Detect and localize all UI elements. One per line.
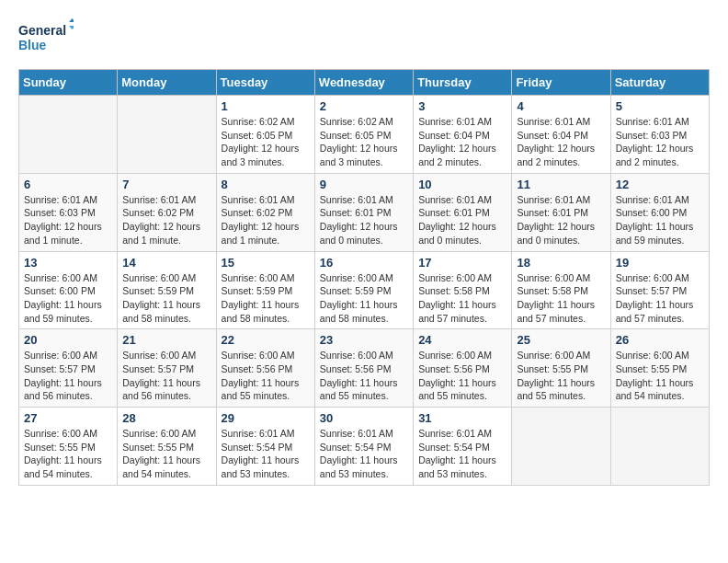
calendar-cell: 26Sunrise: 6:00 AM Sunset: 5:55 PM Dayli… — [610, 329, 709, 408]
svg-marker-2 — [69, 18, 74, 22]
day-info: Sunrise: 6:00 AM Sunset: 5:55 PM Dayligh… — [24, 427, 112, 481]
calendar-cell: 9Sunrise: 6:01 AM Sunset: 6:01 PM Daylig… — [314, 173, 413, 251]
calendar-cell: 19Sunrise: 6:00 AM Sunset: 5:57 PM Dayli… — [610, 251, 709, 329]
day-info: Sunrise: 6:02 AM Sunset: 6:05 PM Dayligh… — [320, 115, 408, 169]
calendar-cell — [118, 96, 216, 174]
day-info: Sunrise: 6:01 AM Sunset: 6:01 PM Dayligh… — [517, 193, 605, 247]
calendar-week-row: 1Sunrise: 6:02 AM Sunset: 6:05 PM Daylig… — [19, 96, 710, 174]
day-number: 25 — [517, 333, 605, 347]
weekday-header-cell: Monday — [118, 70, 216, 96]
calendar-cell: 3Sunrise: 6:01 AM Sunset: 6:04 PM Daylig… — [414, 96, 512, 174]
day-info: Sunrise: 6:00 AM Sunset: 5:55 PM Dayligh… — [616, 349, 704, 403]
calendar-cell: 21Sunrise: 6:00 AM Sunset: 5:57 PM Dayli… — [118, 329, 216, 408]
day-info: Sunrise: 6:01 AM Sunset: 5:54 PM Dayligh… — [418, 427, 506, 481]
day-number: 24 — [418, 333, 506, 347]
day-number: 13 — [24, 256, 112, 270]
calendar-cell: 2Sunrise: 6:02 AM Sunset: 6:05 PM Daylig… — [314, 96, 413, 174]
day-number: 14 — [122, 256, 210, 270]
calendar-cell: 23Sunrise: 6:00 AM Sunset: 5:56 PM Dayli… — [314, 329, 413, 408]
calendar-week-row: 20Sunrise: 6:00 AM Sunset: 5:57 PM Dayli… — [19, 329, 710, 408]
page-header: General Blue — [18, 18, 710, 60]
weekday-header-cell: Wednesday — [314, 70, 413, 96]
day-number: 21 — [122, 333, 210, 347]
logo-svg: General Blue — [18, 18, 74, 60]
day-number: 9 — [320, 178, 408, 191]
calendar-cell: 24Sunrise: 6:00 AM Sunset: 5:56 PM Dayli… — [414, 329, 512, 408]
day-number: 28 — [122, 411, 210, 425]
calendar-week-row: 6Sunrise: 6:01 AM Sunset: 6:03 PM Daylig… — [19, 173, 710, 251]
calendar-week-row: 27Sunrise: 6:00 AM Sunset: 5:55 PM Dayli… — [19, 408, 710, 486]
day-number: 16 — [320, 256, 408, 270]
day-number: 6 — [24, 178, 112, 191]
day-info: Sunrise: 6:00 AM Sunset: 5:58 PM Dayligh… — [418, 271, 506, 326]
weekday-header-row: SundayMondayTuesdayWednesdayThursdayFrid… — [19, 70, 710, 96]
day-info: Sunrise: 6:00 AM Sunset: 5:56 PM Dayligh… — [222, 349, 310, 403]
calendar-cell: 27Sunrise: 6:00 AM Sunset: 5:55 PM Dayli… — [19, 408, 118, 486]
day-number: 1 — [222, 99, 310, 113]
calendar-cell: 22Sunrise: 6:00 AM Sunset: 5:56 PM Dayli… — [216, 329, 314, 408]
day-info: Sunrise: 6:01 AM Sunset: 6:01 PM Dayligh… — [320, 193, 408, 247]
day-number: 2 — [320, 99, 408, 113]
svg-text:General: General — [18, 23, 66, 38]
calendar-cell: 6Sunrise: 6:01 AM Sunset: 6:03 PM Daylig… — [19, 173, 118, 251]
day-number: 10 — [418, 178, 506, 191]
calendar-cell: 20Sunrise: 6:00 AM Sunset: 5:57 PM Dayli… — [19, 329, 118, 408]
day-number: 23 — [320, 333, 408, 347]
calendar-cell: 14Sunrise: 6:00 AM Sunset: 5:59 PM Dayli… — [118, 251, 216, 329]
day-number: 8 — [222, 178, 310, 191]
calendar-cell: 15Sunrise: 6:00 AM Sunset: 5:59 PM Dayli… — [216, 251, 314, 329]
day-number: 15 — [222, 256, 310, 270]
day-number: 5 — [616, 99, 704, 113]
calendar-cell: 12Sunrise: 6:01 AM Sunset: 6:00 PM Dayli… — [610, 173, 709, 251]
day-info: Sunrise: 6:01 AM Sunset: 6:04 PM Dayligh… — [418, 115, 506, 169]
weekday-header-cell: Friday — [512, 70, 610, 96]
calendar-cell: 1Sunrise: 6:02 AM Sunset: 6:05 PM Daylig… — [216, 96, 314, 174]
day-number: 3 — [418, 99, 506, 113]
calendar-cell: 11Sunrise: 6:01 AM Sunset: 6:01 PM Dayli… — [512, 173, 610, 251]
calendar-cell — [512, 408, 610, 486]
calendar-cell: 30Sunrise: 6:01 AM Sunset: 5:54 PM Dayli… — [314, 408, 413, 486]
day-number: 27 — [24, 411, 112, 425]
day-info: Sunrise: 6:01 AM Sunset: 6:01 PM Dayligh… — [418, 193, 506, 247]
day-number: 17 — [418, 256, 506, 270]
day-number: 19 — [616, 256, 704, 270]
day-info: Sunrise: 6:01 AM Sunset: 6:02 PM Dayligh… — [122, 193, 210, 247]
weekday-header-cell: Tuesday — [216, 70, 314, 96]
day-info: Sunrise: 6:00 AM Sunset: 5:58 PM Dayligh… — [517, 271, 605, 326]
day-info: Sunrise: 6:01 AM Sunset: 6:03 PM Dayligh… — [24, 193, 112, 247]
calendar-cell: 17Sunrise: 6:00 AM Sunset: 5:58 PM Dayli… — [414, 251, 512, 329]
calendar-week-row: 13Sunrise: 6:00 AM Sunset: 6:00 PM Dayli… — [19, 251, 710, 329]
day-number: 20 — [24, 333, 112, 347]
svg-text:Blue: Blue — [18, 38, 47, 52]
day-info: Sunrise: 6:00 AM Sunset: 5:57 PM Dayligh… — [616, 271, 704, 326]
calendar-table: SundayMondayTuesdayWednesdayThursdayFrid… — [18, 69, 710, 486]
calendar-cell: 13Sunrise: 6:00 AM Sunset: 6:00 PM Dayli… — [19, 251, 118, 329]
weekday-header-cell: Thursday — [414, 70, 512, 96]
day-info: Sunrise: 6:01 AM Sunset: 6:04 PM Dayligh… — [517, 115, 605, 169]
calendar-cell: 8Sunrise: 6:01 AM Sunset: 6:02 PM Daylig… — [216, 173, 314, 251]
calendar-cell: 29Sunrise: 6:01 AM Sunset: 5:54 PM Dayli… — [216, 408, 314, 486]
day-number: 18 — [517, 256, 605, 270]
weekday-header-cell: Sunday — [19, 70, 118, 96]
calendar-cell: 28Sunrise: 6:00 AM Sunset: 5:55 PM Dayli… — [118, 408, 216, 486]
calendar-cell: 31Sunrise: 6:01 AM Sunset: 5:54 PM Dayli… — [414, 408, 512, 486]
calendar-cell: 4Sunrise: 6:01 AM Sunset: 6:04 PM Daylig… — [512, 96, 610, 174]
calendar-cell: 5Sunrise: 6:01 AM Sunset: 6:03 PM Daylig… — [610, 96, 709, 174]
day-info: Sunrise: 6:00 AM Sunset: 5:55 PM Dayligh… — [122, 427, 210, 481]
calendar-cell: 18Sunrise: 6:00 AM Sunset: 5:58 PM Dayli… — [512, 251, 610, 329]
day-info: Sunrise: 6:02 AM Sunset: 6:05 PM Dayligh… — [222, 115, 310, 169]
day-number: 7 — [122, 178, 210, 191]
day-number: 4 — [517, 99, 605, 113]
calendar-cell: 7Sunrise: 6:01 AM Sunset: 6:02 PM Daylig… — [118, 173, 216, 251]
day-number: 12 — [616, 178, 704, 191]
calendar-cell — [19, 96, 118, 174]
day-info: Sunrise: 6:01 AM Sunset: 6:02 PM Dayligh… — [222, 193, 310, 247]
calendar-body: 1Sunrise: 6:02 AM Sunset: 6:05 PM Daylig… — [19, 96, 710, 486]
calendar-cell: 16Sunrise: 6:00 AM Sunset: 5:59 PM Dayli… — [314, 251, 413, 329]
day-info: Sunrise: 6:00 AM Sunset: 5:56 PM Dayligh… — [418, 349, 506, 403]
day-number: 26 — [616, 333, 704, 347]
day-info: Sunrise: 6:00 AM Sunset: 5:56 PM Dayligh… — [320, 349, 408, 403]
day-info: Sunrise: 6:00 AM Sunset: 5:59 PM Dayligh… — [122, 271, 210, 326]
day-info: Sunrise: 6:00 AM Sunset: 5:57 PM Dayligh… — [24, 349, 112, 403]
day-info: Sunrise: 6:01 AM Sunset: 6:00 PM Dayligh… — [616, 193, 704, 247]
